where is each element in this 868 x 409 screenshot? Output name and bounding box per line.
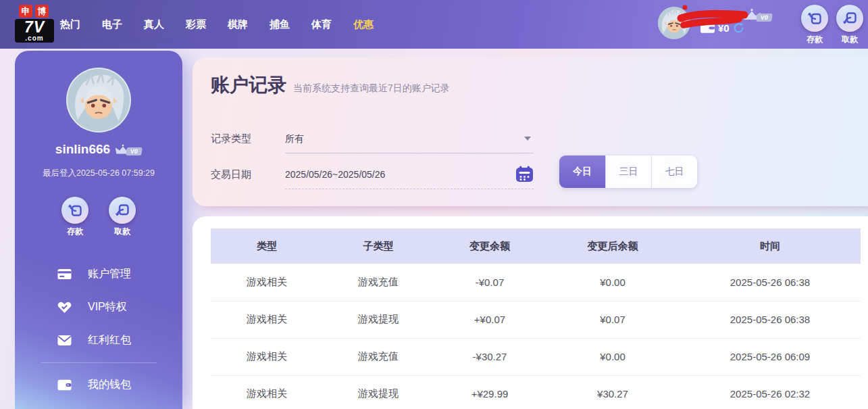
last-login-text: 最后登入2025-05-26 07:59:29 <box>15 168 182 179</box>
sidebar-user-avatar[interactable] <box>66 68 131 133</box>
table-cell: 2025-05-26 06:38 <box>680 264 861 301</box>
logo-tld: .com <box>18 35 51 41</box>
logo-tile-1: 申 <box>19 5 32 18</box>
sidebar-item-label: VIP特权 <box>88 300 127 314</box>
table-cell: ¥0.00 <box>546 264 680 301</box>
deposit-button[interactable]: 存款 <box>799 5 830 45</box>
refresh-balance-icon[interactable] <box>733 22 744 34</box>
table-row: 游戏相关游戏充值-¥0.07¥0.002025-05-26 06:38 <box>211 264 861 301</box>
sidebar-item-4[interactable]: 我的钱包 <box>15 368 182 402</box>
deposit-label: 存款 <box>799 34 830 45</box>
main-nav: 热门电子真人彩票棋牌捕鱼体育优惠 <box>59 0 374 49</box>
table-cell: +¥29.99 <box>434 375 546 409</box>
table-cell: +¥0.07 <box>434 301 546 338</box>
table-body: 游戏相关游戏充值-¥0.07¥0.002025-05-26 06:38游戏相关游… <box>211 264 861 409</box>
table-header-cell: 时间 <box>680 228 861 264</box>
logo-tile-2: 博 <box>35 5 49 18</box>
sidebar-vip-level-text: V0 <box>126 147 143 155</box>
date-range-label: 交易日期 <box>211 160 251 189</box>
record-type-label: 记录类型 <box>211 124 251 153</box>
vip-level-text: V0 <box>756 14 773 22</box>
balance-amount: ¥0 <box>718 22 730 34</box>
table-cell: 2025-05-26 06:38 <box>680 301 861 338</box>
table-cell: ¥0.07 <box>546 301 680 338</box>
table-cell: 游戏充值 <box>323 264 434 301</box>
record-type-value: 所有 <box>285 133 304 144</box>
sidebar-item-5[interactable]: 交提明细 <box>15 402 182 409</box>
range-button-1[interactable]: 今日 <box>559 155 605 188</box>
page-title: 账户记录 <box>211 72 286 98</box>
table-cell: 游戏提现 <box>323 375 434 409</box>
table-header-cell: 变更余额 <box>434 228 546 264</box>
table-header-cell: 类型 <box>211 228 323 264</box>
table-cell: 游戏充值 <box>323 338 434 375</box>
table-cell: -¥30.27 <box>434 338 546 375</box>
table-cell: ¥30.27 <box>546 375 680 409</box>
page-subtitle: 当前系统支持查询最近7日的账户记录 <box>293 82 450 95</box>
user-avatar[interactable] <box>658 7 690 39</box>
nav-item-6[interactable]: 捕鱼 <box>269 18 290 31</box>
table-row: 游戏相关游戏提现+¥0.07¥0.072025-05-26 06:38 <box>211 301 861 338</box>
sidebar-item-label: 我的钱包 <box>88 378 131 392</box>
top-navbar: 申 博 7V .com 热门电子真人彩票棋牌捕鱼体育优惠 ¥0 V0 <box>0 0 868 49</box>
records-table: 类型子类型变更余额变更后余额时间 游戏相关游戏充值-¥0.07¥0.002025… <box>211 228 861 409</box>
table-cell: 2025-05-26 06:09 <box>680 338 861 375</box>
table-cell: ¥0.00 <box>546 338 680 375</box>
wallet-icon <box>57 379 72 392</box>
logo-brand-tiles: 申 博 <box>19 5 55 18</box>
site-logo[interactable]: 申 博 7V .com <box>15 5 55 43</box>
nav-item-7[interactable]: 体育 <box>311 18 332 31</box>
wallet-icon <box>700 23 715 33</box>
nav-item-4[interactable]: 彩票 <box>185 18 207 31</box>
card-icon <box>57 268 72 281</box>
sidebar-vip-badge: V0 <box>114 144 142 155</box>
sidebar-username: sinlin666 <box>55 142 110 157</box>
account-records-panel: 账户记录 当前系统支持查询最近7日的账户记录 记录类型 所有 交易日期 2025… <box>193 57 868 206</box>
table-cell: 2025-05-26 02:32 <box>680 375 861 409</box>
table-header-cell: 变更后余额 <box>546 228 680 264</box>
nav-item-2[interactable]: 电子 <box>101 18 123 31</box>
range-button-2[interactable]: 三日 <box>605 155 651 188</box>
table-row: 游戏相关游戏充值-¥30.27¥0.002025-05-26 06:09 <box>211 338 861 375</box>
range-button-3[interactable]: 七日 <box>651 155 697 188</box>
table-cell: 游戏相关 <box>211 338 323 375</box>
table-cell: 游戏提现 <box>323 301 434 338</box>
sidebar-menu: 账户管理VIP特权红利红包我的钱包交提明细 <box>15 258 182 409</box>
sidebar-item-1[interactable]: 账户管理 <box>15 258 182 291</box>
sidebar-item-label: 红利红包 <box>88 333 131 347</box>
withdraw-icon <box>109 197 136 224</box>
table-row: 游戏相关游戏提现+¥29.99¥30.272025-05-26 02:32 <box>211 375 861 409</box>
nav-item-5[interactable]: 棋牌 <box>227 18 249 31</box>
balance-display: ¥0 <box>700 22 744 34</box>
nav-item-8[interactable]: 优惠 <box>353 18 374 31</box>
deposit-icon <box>801 5 828 32</box>
sidebar-item-3[interactable]: 红利红包 <box>15 324 182 357</box>
vip-level-badge: V0 <box>742 8 772 22</box>
withdraw-label: 取款 <box>107 226 138 237</box>
table-cell: 游戏相关 <box>211 375 323 409</box>
withdraw-button[interactable]: 取款 <box>834 5 865 45</box>
records-table-panel: 类型子类型变更余额变更后余额时间 游戏相关游戏充值-¥0.07¥0.002025… <box>193 216 868 409</box>
table-header-row: 类型子类型变更余额变更后余额时间 <box>211 228 861 264</box>
nav-item-3[interactable]: 真人 <box>143 18 165 31</box>
date-range-quick-buttons: 今日三日七日 <box>559 155 697 188</box>
record-type-select[interactable]: 所有 <box>285 124 534 153</box>
calendar-icon[interactable] <box>515 166 534 183</box>
sidebar-item-2[interactable]: VIP特权 <box>15 291 182 324</box>
nav-item-1[interactable]: 热门 <box>59 18 81 31</box>
withdraw-label: 取款 <box>834 34 865 45</box>
sidebar-deposit-button[interactable]: 存款 <box>59 197 91 237</box>
sidebar-withdraw-button[interactable]: 取款 <box>107 197 138 237</box>
logo-name: 7V <box>18 19 51 35</box>
deposit-icon <box>61 197 88 224</box>
sidebar: sinlin666 V0 最后登入2025-05-26 07:59:29 存款 … <box>15 51 182 409</box>
chevron-down-icon <box>524 137 531 141</box>
deposit-label: 存款 <box>59 226 91 237</box>
table-cell: -¥0.07 <box>434 264 546 301</box>
date-range-input[interactable]: 2025/05/26~2025/05/26 <box>285 160 534 189</box>
table-cell: 游戏相关 <box>211 264 323 301</box>
table-header-cell: 子类型 <box>323 228 434 264</box>
sidebar-item-label: 账户管理 <box>88 267 131 281</box>
sidebar-divider <box>41 362 157 363</box>
logo-box: 7V .com <box>15 19 54 43</box>
